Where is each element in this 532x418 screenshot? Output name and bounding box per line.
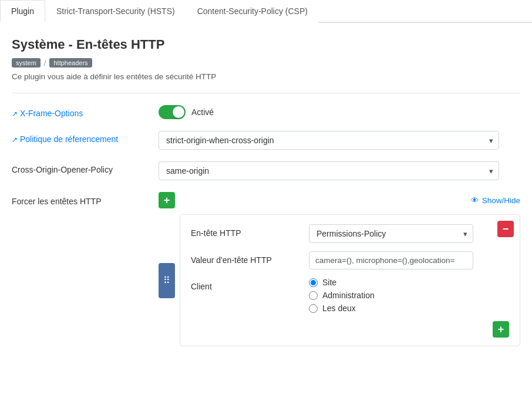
coop-select-wrap: same-origin same-origin-allow-popups uns… — [159, 161, 499, 180]
divider — [12, 93, 520, 93]
card-http-header-row: En-tête HTTP Permissions-Policy X-Conten… — [191, 224, 509, 243]
coop-select[interactable]: same-origin same-origin-allow-popups uns… — [159, 161, 499, 180]
http-header-select-wrap: Permissions-Policy X-Content-Type-Option… — [309, 224, 473, 243]
client-radio-group: Site Administration Les deux — [309, 278, 509, 313]
referrer-link[interactable]: ↗ Politique de réferencement — [12, 134, 118, 144]
card-value-label: Valeur d'en-tête HTTP — [191, 251, 299, 265]
client-radio-both[interactable]: Les deux — [309, 304, 509, 313]
client-radio-admin-label: Administration — [322, 291, 375, 300]
badge-httpheaders: httpheaders — [49, 58, 92, 68]
tab-hsts[interactable]: Strict-Transport-Security (HSTS) — [45, 0, 186, 23]
client-radio-both-input[interactable] — [309, 304, 318, 313]
breadcrumb-sep: / — [44, 59, 46, 68]
header-card: − En-tête HTTP Permissions-Policy X-Cont… — [180, 214, 520, 346]
client-radio-site-label: Site — [322, 278, 336, 287]
card-client-field: Site Administration Les deux — [309, 278, 509, 313]
client-radio-site-input[interactable] — [309, 278, 318, 287]
card-client-label: Client — [191, 278, 299, 291]
tab-csp[interactable]: Content-Security-Policy (CSP) — [186, 0, 319, 23]
referrer-select[interactable]: strict-origin-when-cross-origin no-refer… — [159, 131, 499, 150]
eye-icon: 👁 — [471, 196, 479, 205]
card-client-row: Client Site Administration — [191, 278, 509, 313]
card-add-row: + — [191, 321, 509, 338]
remove-header-button[interactable]: − — [497, 221, 514, 237]
client-radio-both-label: Les deux — [322, 304, 356, 313]
force-headers-header: + 👁 Show/Hide — [159, 192, 520, 208]
show-hide-button[interactable]: 👁 Show/Hide — [471, 196, 520, 205]
referrer-row: ↗ Politique de réferencement strict-orig… — [12, 131, 520, 150]
card-add-button[interactable]: + — [493, 321, 509, 338]
xframe-toggle-label: Activé — [191, 107, 214, 117]
referrer-label: ↗ Politique de réferencement — [12, 131, 147, 144]
header-value-input[interactable] — [309, 251, 473, 269]
force-headers-row: Forcer les entêtes HTTP + 👁 Show/Hide ⠿ — [12, 192, 520, 346]
drag-icon: ⠿ — [163, 275, 170, 286]
coop-control: same-origin same-origin-allow-popups uns… — [159, 161, 520, 180]
coop-label: Cross-Origin-Opener-Policy — [12, 161, 147, 174]
card-http-header-label: En-tête HTTP — [191, 224, 299, 238]
referrer-select-wrap: strict-origin-when-cross-origin no-refer… — [159, 131, 499, 150]
client-radio-admin-input[interactable] — [309, 291, 318, 300]
xframe-label: ↗ X-Frame-Options — [12, 105, 147, 118]
page-title: Système - En-têtes HTTP — [12, 37, 520, 52]
main-content: Système - En-têtes HTTP system / httphea… — [0, 23, 532, 372]
external-link-icon-2: ↗ — [12, 136, 18, 144]
tab-bar: Plugin Strict-Transport-Security (HSTS) … — [0, 0, 532, 23]
external-link-icon: ↗ — [12, 110, 18, 118]
badge-system: system — [12, 58, 41, 68]
http-header-select[interactable]: Permissions-Policy X-Content-Type-Option… — [309, 224, 473, 243]
breadcrumb: system / httpheaders — [12, 58, 520, 68]
xframe-control: Activé — [159, 105, 520, 119]
page-description: Ce plugin vous aide à définir les entête… — [12, 72, 520, 81]
referrer-control: strict-origin-when-cross-origin no-refer… — [159, 131, 520, 150]
force-headers-label: Forcer les entêtes HTTP — [12, 192, 147, 206]
xframe-row: ↗ X-Frame-Options Activé — [12, 105, 520, 119]
xframe-toggle[interactable] — [159, 105, 186, 119]
client-radio-site[interactable]: Site — [309, 278, 509, 287]
card-value-row: Valeur d'en-tête HTTP — [191, 251, 509, 269]
card-value-field — [309, 251, 509, 269]
xframe-link[interactable]: ↗ X-Frame-Options — [12, 109, 83, 118]
drag-handle-button[interactable]: ⠿ — [159, 263, 175, 298]
coop-row: Cross-Origin-Opener-Policy same-origin s… — [12, 161, 520, 180]
tab-plugin[interactable]: Plugin — [0, 0, 45, 23]
card-http-header-field: Permissions-Policy X-Content-Type-Option… — [309, 224, 509, 243]
client-radio-admin[interactable]: Administration — [309, 291, 509, 300]
force-headers-controls: + 👁 Show/Hide ⠿ − En-tête H — [159, 192, 520, 346]
add-header-button[interactable]: + — [159, 192, 175, 208]
